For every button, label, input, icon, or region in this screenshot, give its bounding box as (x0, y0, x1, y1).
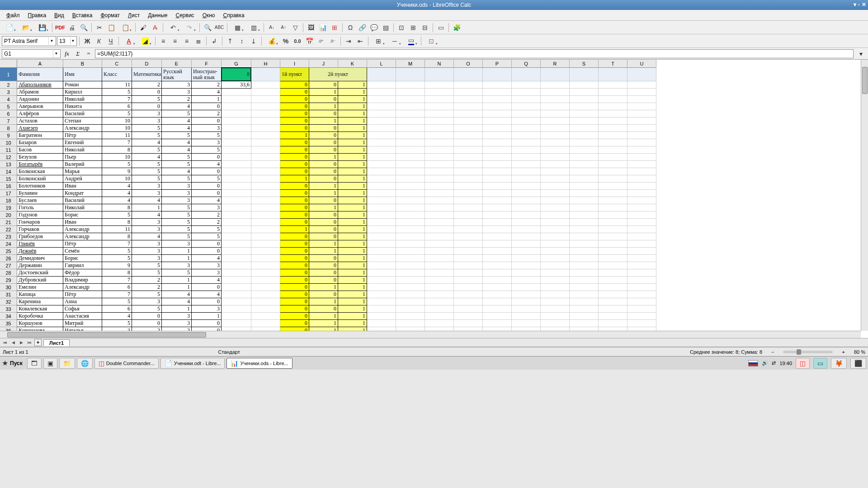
cell-I18[interactable]: 0 (280, 197, 309, 204)
cell-R33[interactable] (541, 305, 570, 313)
cell-U28[interactable] (627, 269, 656, 277)
cell-B18[interactable]: Василий (63, 197, 102, 204)
cell-Q34[interactable] (512, 313, 541, 320)
cell-M16[interactable] (396, 183, 425, 190)
quick-launch-4[interactable]: 🌐 (77, 358, 93, 369)
cell-M34[interactable] (396, 313, 425, 320)
cell-J14[interactable]: 0 (309, 168, 338, 175)
cell-G1[interactable]: 8 (222, 68, 251, 81)
cell-A27[interactable]: Державин (17, 262, 63, 269)
cell-T1[interactable] (599, 68, 627, 81)
cell-R25[interactable] (541, 248, 570, 255)
row-header-9[interactable]: 9 (0, 132, 17, 139)
new-button[interactable]: 📄 (2, 22, 17, 33)
cell-A6[interactable]: Алфёров (17, 110, 63, 117)
cell-G10[interactable] (222, 139, 251, 146)
cell-P24[interactable] (483, 240, 512, 248)
sort-desc-button[interactable]: A↑ (278, 22, 289, 33)
menu-Вставка[interactable]: Вставка (69, 11, 96, 19)
cell-O5[interactable] (454, 103, 483, 110)
cell-U32[interactable] (627, 298, 656, 305)
menu-Окно[interactable]: Окно (199, 11, 219, 19)
cell-F12[interactable]: 0 (192, 154, 222, 161)
cell-R34[interactable] (541, 313, 570, 320)
cell-B29[interactable]: Владимир (63, 277, 102, 284)
cell-N28[interactable] (425, 269, 454, 277)
cell-L9[interactable] (367, 132, 396, 139)
cell-D35[interactable]: 0 (132, 320, 162, 327)
cell-P35[interactable] (483, 320, 512, 327)
chevron-down-icon[interactable]: ▼ (48, 38, 55, 45)
cell-G26[interactable] (222, 255, 251, 262)
cell-C19[interactable]: 8 (102, 204, 132, 211)
cell-P31[interactable] (483, 291, 512, 298)
cell-Q26[interactable] (512, 255, 541, 262)
cell-B23[interactable]: Александр (63, 233, 102, 240)
row-header-13[interactable]: 13 (0, 161, 17, 168)
cell-G2[interactable]: 33,6 (222, 81, 251, 89)
cell-H28[interactable] (251, 269, 280, 277)
cell-K11[interactable]: 1 (338, 146, 367, 154)
pivot-button[interactable]: ⊞ (329, 22, 340, 33)
cell-J19[interactable]: 1 (309, 204, 338, 211)
tab-next-icon[interactable]: ▶ (18, 339, 24, 346)
cell-N7[interactable] (425, 117, 454, 125)
cell-K21[interactable]: 1 (338, 219, 367, 226)
cell-H26[interactable] (251, 255, 280, 262)
cell-D13[interactable]: 5 (132, 161, 162, 168)
cell-Q6[interactable] (512, 110, 541, 117)
bold-button[interactable]: Ж (82, 36, 93, 47)
cell-Q14[interactable] (512, 168, 541, 175)
cell-I25[interactable]: 0 (280, 248, 309, 255)
cell-D14[interactable]: 5 (132, 168, 162, 175)
cell-B24[interactable]: Пётр (63, 240, 102, 248)
cell-R13[interactable] (541, 161, 570, 168)
clock[interactable]: 19:40 (779, 361, 792, 366)
cell-A15[interactable]: Болконский (17, 175, 63, 183)
cell-K10[interactable]: 1 (338, 139, 367, 146)
cell-C27[interactable]: 9 (102, 262, 132, 269)
cell-E13[interactable]: 5 (162, 161, 192, 168)
row-header-29[interactable]: 29 (0, 277, 17, 284)
cell-N26[interactable] (425, 255, 454, 262)
cell-L20[interactable] (367, 211, 396, 219)
cell-N27[interactable] (425, 262, 454, 269)
cell-D5[interactable]: 0 (132, 103, 162, 110)
cell-F4[interactable]: 1 (192, 96, 222, 103)
cell-J2[interactable]: 0 (309, 81, 338, 89)
cut-button[interactable]: ✂ (94, 22, 105, 33)
align-right-button[interactable]: ≡ (181, 36, 192, 47)
cell-I30[interactable]: 0 (280, 284, 309, 291)
zoom-slider[interactable] (783, 351, 833, 353)
decrease-indent-button[interactable]: ⇤ (355, 36, 366, 47)
cell-S13[interactable] (570, 161, 599, 168)
cell-D8[interactable]: 5 (132, 125, 162, 132)
cell-A23[interactable]: Грибоедов (17, 233, 63, 240)
wrap-text-button[interactable]: ↲ (209, 36, 220, 47)
cell-S29[interactable] (570, 277, 599, 284)
cell-L30[interactable] (367, 284, 396, 291)
cell-C35[interactable]: 5 (102, 320, 132, 327)
cell-I17[interactable]: 0 (280, 190, 309, 197)
cell-D11[interactable]: 5 (132, 146, 162, 154)
cell-J24[interactable]: 1 (309, 240, 338, 248)
cell-C5[interactable]: 6 (102, 103, 132, 110)
cell-A7[interactable]: Астахов (17, 117, 63, 125)
cell-J27[interactable]: 0 (309, 262, 338, 269)
cell-Q4[interactable] (512, 96, 541, 103)
cell-K35[interactable]: 1 (338, 320, 367, 327)
save-button[interactable]: 💾 (34, 22, 50, 33)
cell-M12[interactable] (396, 154, 425, 161)
cell-I23[interactable]: 0 (280, 233, 309, 240)
start-button[interactable]: Пуск (10, 360, 23, 366)
cell-S1[interactable] (570, 68, 599, 81)
cell-E35[interactable]: 3 (162, 320, 192, 327)
paste-button[interactable]: 📋 (118, 22, 133, 33)
cell-C11[interactable]: 8 (102, 146, 132, 154)
cell-O6[interactable] (454, 110, 483, 117)
cell-S10[interactable] (570, 139, 599, 146)
cell-L25[interactable] (367, 248, 396, 255)
cell-P33[interactable] (483, 305, 512, 313)
cell-L4[interactable] (367, 96, 396, 103)
cell-M10[interactable] (396, 139, 425, 146)
